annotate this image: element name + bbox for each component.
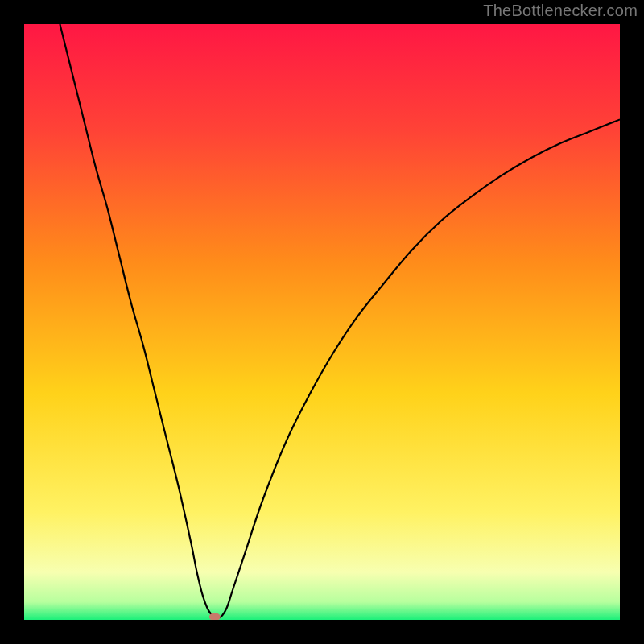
watermark-text: TheBottlenecker.com: [483, 2, 638, 20]
chart-svg: [24, 24, 620, 620]
gradient-background: [24, 24, 620, 620]
chart-container: TheBottlenecker.com: [0, 0, 644, 644]
